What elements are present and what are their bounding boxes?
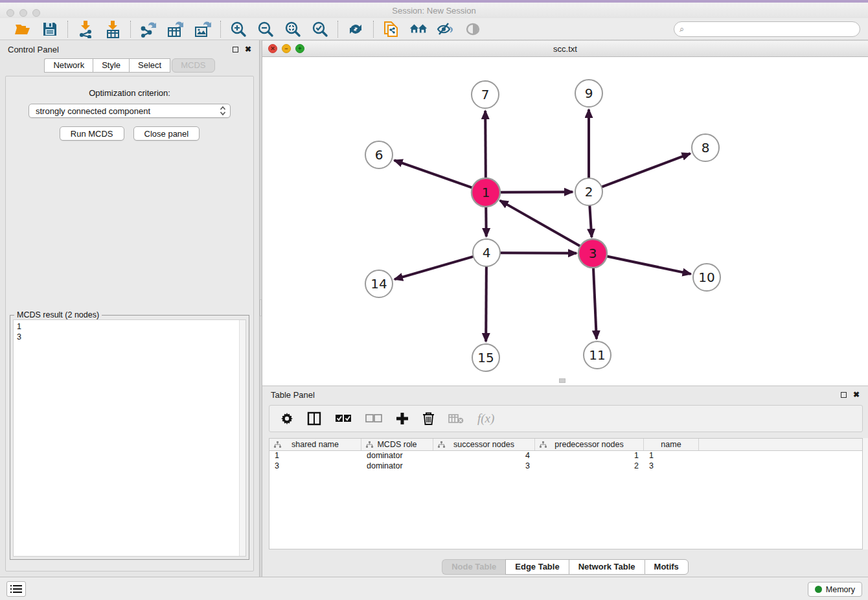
import-network-icon[interactable] [76, 20, 95, 38]
tab-edge-table[interactable]: Edge Table [505, 559, 568, 575]
cell-successor-nodes[interactable]: 3 [433, 461, 535, 472]
network-graph[interactable]: 7968124314101511 [262, 57, 868, 384]
zoom-in-icon[interactable] [229, 20, 247, 38]
graph-node-7[interactable]: 7 [472, 81, 499, 108]
cell-name[interactable]: 3 [644, 461, 699, 472]
graph-node-6[interactable]: 6 [365, 141, 393, 168]
graph-node-10[interactable]: 10 [693, 264, 720, 291]
hide-graphics-details-icon[interactable] [437, 20, 455, 38]
save-session-icon[interactable] [41, 20, 59, 38]
export-network-icon[interactable] [139, 20, 157, 38]
edge-4-3[interactable] [500, 253, 577, 253]
window-controls[interactable] [6, 9, 40, 17]
tab-network-table[interactable]: Network Table [569, 559, 645, 575]
select-all-rows-icon[interactable] [335, 410, 352, 427]
graph-node-4[interactable]: 4 [473, 239, 500, 266]
search-field[interactable]: ⌕ [674, 21, 860, 37]
edge-3-1[interactable] [500, 200, 581, 246]
graph-node-9[interactable]: 9 [575, 80, 602, 107]
edge-2-3[interactable] [589, 205, 591, 237]
cell-name[interactable]: 1 [644, 451, 699, 461]
open-session-icon[interactable] [14, 20, 32, 38]
node-table[interactable]: shared nameMCDS rolesuccessor nodesprede… [269, 438, 863, 549]
table-row[interactable]: 1dominator411 [269, 451, 862, 461]
network-minimize-icon[interactable]: − [282, 44, 291, 53]
tab-node-table[interactable]: Node Table [442, 559, 505, 575]
clone-network-icon[interactable] [382, 20, 400, 38]
graph-node-1[interactable]: 1 [472, 178, 500, 207]
close-table-panel-icon[interactable]: ✖ [853, 391, 860, 398]
cell-MCDS-role[interactable]: dominator [361, 461, 433, 472]
edge-1-6[interactable] [394, 160, 474, 188]
edge-3-10[interactable] [606, 256, 691, 274]
graph-node-11[interactable]: 11 [584, 341, 611, 369]
export-image-icon[interactable] [194, 20, 212, 38]
result-scrollbar[interactable] [239, 320, 246, 556]
delete-column-icon[interactable] [422, 410, 435, 427]
toggle-column-panel-icon[interactable] [307, 410, 321, 427]
graph-node-15[interactable]: 15 [472, 344, 499, 371]
zoom-out-icon[interactable] [257, 20, 275, 38]
edge-1-2[interactable] [499, 192, 573, 192]
edge-1-7[interactable] [485, 111, 486, 179]
graph-node-14[interactable]: 14 [365, 270, 393, 297]
close-panel-icon[interactable]: ✖ [245, 45, 251, 53]
cell-successor-nodes[interactable]: 4 [433, 451, 535, 461]
export-table-icon[interactable] [166, 20, 185, 38]
column-header-shared-name[interactable]: shared name [269, 439, 361, 450]
memory-button[interactable]: Memory [808, 582, 862, 597]
column-header-successor-nodes[interactable]: successor nodes [433, 439, 535, 450]
minimize-window-button[interactable] [19, 9, 27, 17]
tab-mcds[interactable]: MCDS [172, 58, 214, 73]
apply-layout-icon[interactable] [347, 20, 365, 38]
add-column-icon[interactable] [396, 410, 409, 427]
svg-text:3: 3 [589, 246, 597, 261]
table-settings-gear-icon[interactable] [280, 410, 293, 427]
control-panel: Control Panel ✖ NetworkStyleSelectMCDS O… [0, 40, 259, 577]
column-header-predecessor-nodes[interactable]: predecessor nodes [535, 439, 644, 450]
show-hide-panels-icon[interactable] [409, 20, 428, 38]
cell-shared-name[interactable]: 3 [269, 461, 361, 472]
canvas-scroll-handle[interactable] [559, 378, 565, 383]
tab-select[interactable]: Select [129, 58, 170, 73]
column-header-name[interactable]: name [644, 439, 699, 450]
tab-network[interactable]: Network [44, 58, 93, 73]
network-canvas[interactable]: 7968124314101511 [262, 57, 868, 384]
edge-3-11[interactable] [593, 267, 597, 339]
column-header-MCDS-role[interactable]: MCDS role [361, 439, 433, 450]
cell-predecessor-nodes[interactable]: 2 [535, 461, 644, 472]
search-input[interactable] [687, 25, 860, 34]
optimization-criterion-select[interactable]: strongly connected component [29, 104, 231, 118]
network-zoom-icon[interactable]: + [295, 44, 304, 53]
network-close-icon[interactable]: ✕ [268, 44, 277, 53]
table-row[interactable]: 3dominator323 [269, 461, 862, 472]
close-window-button[interactable] [6, 9, 14, 17]
graph-node-2[interactable]: 2 [575, 178, 602, 205]
close-panel-button[interactable]: Close panel [133, 126, 200, 141]
float-table-panel-icon[interactable] [841, 392, 847, 398]
zoom-fit-icon[interactable] [284, 20, 302, 38]
graph-node-3[interactable]: 3 [578, 239, 607, 268]
zoom-selected-icon[interactable] [311, 20, 329, 38]
float-panel-icon[interactable] [233, 47, 238, 52]
cell-predecessor-nodes[interactable]: 1 [535, 451, 644, 461]
mcds-result-list[interactable]: 1 3 [13, 319, 246, 557]
edge-4-14[interactable] [394, 257, 474, 279]
splitter-handle[interactable] [260, 299, 262, 316]
svg-text:14: 14 [371, 276, 387, 292]
network-window-titlebar[interactable]: ✕ − + scc.txt [262, 40, 868, 57]
graph-node-8[interactable]: 8 [692, 134, 719, 161]
table-scrollbar[interactable] [862, 438, 868, 549]
zoom-window-button[interactable] [32, 9, 40, 17]
cell-shared-name[interactable]: 1 [269, 451, 361, 461]
task-history-button[interactable] [6, 581, 26, 597]
tab-motifs[interactable]: Motifs [645, 559, 689, 575]
edge-2-8[interactable] [602, 154, 691, 187]
tab-style[interactable]: Style [93, 58, 129, 73]
run-mcds-button[interactable]: Run MCDS [60, 126, 124, 141]
edge-4-15[interactable] [486, 266, 486, 341]
deselect-all-rows-icon[interactable] [365, 410, 382, 427]
edge-1-4[interactable] [486, 206, 486, 237]
import-table-icon[interactable] [104, 20, 122, 38]
cell-MCDS-role[interactable]: dominator [361, 451, 433, 461]
